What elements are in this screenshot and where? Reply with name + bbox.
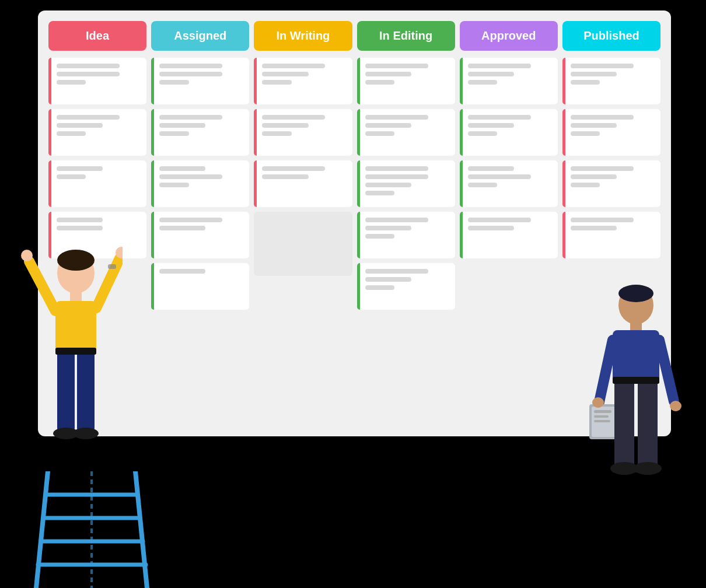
card-line	[159, 123, 205, 128]
svg-rect-36	[613, 377, 659, 384]
col-header-approved: Approved	[460, 21, 558, 51]
card[interactable]	[357, 263, 455, 310]
card-line	[468, 166, 514, 171]
scene: IdeaAssignedIn WritingIn EditingApproved…	[0, 0, 706, 588]
svg-point-1	[57, 250, 95, 271]
card-line	[571, 64, 634, 68]
svg-line-14	[36, 471, 48, 588]
svg-rect-29	[594, 415, 609, 418]
svg-line-25	[598, 340, 613, 407]
column-headers: IdeaAssignedIn WritingIn EditingApproved…	[38, 10, 671, 51]
card-line	[262, 115, 325, 120]
card-line	[57, 80, 86, 85]
svg-line-6	[96, 258, 120, 308]
col-header-idea: Idea	[48, 21, 146, 51]
svg-point-38	[634, 462, 662, 475]
svg-rect-30	[594, 420, 610, 422]
person2	[589, 273, 694, 518]
card-line	[365, 131, 394, 136]
svg-point-33	[670, 401, 681, 411]
card[interactable]	[151, 109, 249, 156]
card-line	[57, 174, 86, 179]
card-line	[365, 174, 428, 179]
card-line	[468, 123, 514, 128]
card-line	[365, 226, 411, 230]
card[interactable]	[562, 109, 660, 156]
card-line	[262, 72, 308, 76]
card[interactable]	[460, 160, 558, 207]
card-line	[159, 183, 188, 187]
card-line	[262, 80, 291, 85]
card[interactable]	[254, 58, 352, 104]
col-assigned	[151, 58, 249, 310]
svg-rect-3	[55, 301, 96, 354]
card-line	[159, 174, 222, 179]
card[interactable]	[357, 58, 455, 104]
card[interactable]	[151, 160, 249, 207]
card[interactable]	[562, 58, 660, 104]
card-empty[interactable]	[254, 212, 352, 276]
card-line	[159, 115, 222, 120]
card-line	[262, 131, 291, 136]
card-line	[159, 131, 188, 136]
card[interactable]	[48, 58, 146, 104]
card-line	[262, 64, 325, 68]
card-line	[262, 174, 308, 179]
card[interactable]	[460, 212, 558, 258]
cards-area	[38, 51, 671, 317]
card-line	[468, 80, 497, 85]
card-line	[365, 277, 411, 282]
col-editing	[357, 58, 455, 310]
card-line	[365, 183, 411, 187]
card-line	[365, 285, 394, 290]
svg-rect-35	[638, 379, 658, 467]
card[interactable]	[460, 109, 558, 156]
card[interactable]	[357, 109, 455, 156]
svg-point-31	[592, 397, 604, 408]
card-line	[57, 115, 120, 120]
card[interactable]	[562, 212, 660, 258]
card-line	[571, 226, 617, 230]
card-line	[468, 218, 531, 222]
card-line	[571, 80, 600, 85]
card[interactable]	[562, 160, 660, 207]
svg-line-32	[659, 340, 674, 401]
card-line	[468, 183, 497, 187]
card-line	[365, 72, 411, 76]
card-line	[365, 166, 428, 171]
card-line	[365, 123, 411, 128]
card-line	[571, 174, 617, 179]
card[interactable]	[151, 58, 249, 104]
card[interactable]	[48, 160, 146, 207]
kanban-board: IdeaAssignedIn WritingIn EditingApproved…	[38, 10, 671, 436]
card-line	[365, 115, 428, 120]
card-line	[571, 123, 617, 128]
card-line	[159, 269, 205, 274]
svg-rect-24	[613, 330, 659, 383]
card[interactable]	[151, 212, 249, 258]
card-line	[571, 131, 600, 136]
col-published	[562, 58, 660, 310]
card[interactable]	[254, 160, 352, 207]
card[interactable]	[151, 263, 249, 310]
card-line	[468, 131, 497, 136]
card-line	[468, 174, 531, 179]
card-line	[57, 123, 103, 128]
col-header-assigned: Assigned	[151, 21, 249, 51]
card-line	[468, 115, 531, 120]
card-line	[159, 226, 205, 230]
card-line	[365, 234, 394, 239]
card[interactable]	[254, 109, 352, 156]
card-line	[159, 64, 222, 68]
card[interactable]	[460, 58, 558, 104]
col-header-writing: In Writing	[254, 21, 352, 51]
card[interactable]	[357, 160, 455, 207]
card-line	[571, 72, 617, 76]
card[interactable]	[357, 212, 455, 258]
card-line	[159, 218, 222, 222]
card-line	[159, 72, 222, 76]
svg-rect-34	[614, 379, 634, 467]
card-line	[571, 218, 634, 222]
card[interactable]	[48, 109, 146, 156]
card-line	[571, 183, 600, 187]
